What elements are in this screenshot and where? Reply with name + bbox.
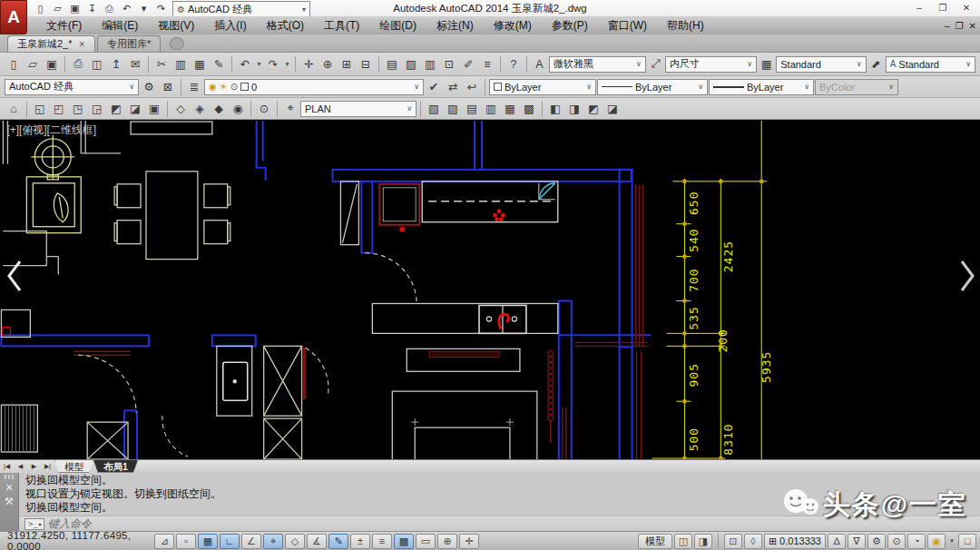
doc-restore-button[interactable]: ❐ [956,21,964,31]
vs-realistic-icon[interactable]: ◆ [210,100,228,118]
app-logo[interactable]: A [0,0,27,34]
redo-drop-icon[interactable]: ▾ [283,55,291,74]
publish-icon[interactable]: ↥ [107,55,125,74]
view-back-icon[interactable]: ◪ [126,100,144,118]
dynamic-ucs-toggle[interactable]: ✎ [328,534,348,549]
layer-lock-icon[interactable]: ⊙ [230,82,238,92]
menu-item[interactable]: 帮助(H) [657,16,714,34]
properties-icon[interactable]: ▤ [383,55,401,74]
layer-off-icon[interactable]: ▥ [482,100,500,118]
new-file-icon[interactable]: ▯ [5,55,23,74]
dynamic-input-toggle[interactable]: ± [350,534,370,549]
otrack-toggle[interactable]: ∡ [307,534,327,549]
quick-view-layouts-icon[interactable]: ◫ [674,534,692,549]
lineweight-toggle[interactable]: ≡ [372,534,392,549]
separator[interactable] [542,101,543,117]
markup-icon[interactable]: ✐ [459,55,477,74]
view-right-icon[interactable]: ◲ [88,100,106,118]
linetype-combo[interactable]: ByLayer ∨ [597,79,708,95]
selection-cycling-toggle[interactable]: ⊕ [437,534,457,549]
performance-tuner-icon[interactable]: ◔ [907,534,926,549]
status-menu-arrow-icon[interactable]: ▾ [947,534,956,549]
menu-item[interactable]: 格式(O) [257,16,314,34]
etransmit-icon[interactable]: ✉ [126,55,144,74]
model-tab[interactable]: 模型 [54,460,93,473]
text-style-icon[interactable]: A [531,55,548,74]
separator[interactable] [500,56,501,73]
layer-delete-icon[interactable]: ▩ [520,100,538,118]
quick-view-drawings-icon[interactable]: ◨ [694,534,712,549]
layer-on-bulb-icon[interactable]: ◉ [209,82,217,92]
menu-item[interactable]: 编辑(E) [92,16,148,34]
tool-palettes-icon[interactable]: ▥ [421,55,439,74]
make-current-layer-icon[interactable]: ✔ [425,78,443,96]
zoom-realtime-icon[interactable]: ⊕ [318,55,337,74]
named-view-combo[interactable]: PLAN ∨ [300,101,416,117]
menu-item[interactable]: 窗口(W) [598,16,657,34]
menu-item[interactable]: 标注(N) [426,16,484,34]
dim-style-icon[interactable]: ⤢ [647,55,664,74]
plot-preview-icon[interactable]: ◫ [88,55,106,74]
layer-combo[interactable]: ◉ ☀ ⊙ 0 ∨ [204,79,424,95]
view-left-icon[interactable]: ◳ [69,100,87,118]
lineweight-combo[interactable]: ByLayer ∨ [709,79,814,95]
separator[interactable] [295,56,296,73]
text-style-combo[interactable]: 微软雅黑 ∨ [549,56,646,73]
separator[interactable] [148,56,149,73]
view-iso-icon[interactable]: ▣ [145,100,163,118]
annotation-droplet-icon[interactable]: ◊ [744,534,762,549]
menu-item[interactable]: 参数(P) [542,16,598,34]
mleader-style-combo[interactable]: A Standard ∨ [886,56,975,73]
layer-freeze-icon[interactable]: ▤ [463,100,481,118]
layer-walk-icon[interactable]: ▧ [425,100,443,118]
vs-wireframe-icon[interactable]: ◇ [172,100,190,118]
doc-tab-close-icon[interactable]: ✕ [79,40,86,49]
match-layer-icon[interactable]: ⇄ [444,78,462,96]
separator[interactable] [64,56,65,73]
named-view-search-icon[interactable]: ⌖ [281,100,299,118]
workspace-save-icon[interactable]: ⊠ [159,78,177,96]
layout-nav-button[interactable]: ◀ [14,463,27,470]
view-front-icon[interactable]: ◩ [107,100,125,118]
annotation-visibility-icon[interactable]: ∆ [828,534,846,549]
drawing-canvas[interactable]: [+][俯视][二维线框] [0,121,980,459]
transparency-toggle[interactable]: ▩ [394,534,414,549]
layout-nav-button[interactable]: ▶| [41,463,54,470]
separator[interactable] [250,101,251,117]
new-tab-button[interactable] [170,37,184,50]
minimize-button[interactable]: – [907,0,931,15]
designcenter-icon[interactable]: ▧ [402,55,420,74]
pan-icon[interactable]: ✛ [299,55,318,74]
open-file-icon[interactable]: ▱ [24,55,42,74]
doc-minimize-button[interactable]: – [945,21,950,31]
layout-nav-button[interactable]: ▶ [27,463,41,470]
menu-item[interactable]: 插入(I) [204,16,256,34]
named-views-icon[interactable]: ⌂ [5,100,23,118]
doc-tab-active[interactable]: 玉泉新城2_* ✕ [7,35,95,52]
layer-isolate-icon[interactable]: ◧ [546,100,564,118]
close-button[interactable]: ✕ [955,0,978,15]
mleader-style-icon[interactable]: ⬈ [867,55,885,74]
camera-icon[interactable]: ⊙ [255,100,273,118]
workspace-settings-gear-icon[interactable]: ⚙ [140,78,158,96]
separator[interactable] [277,101,278,117]
menu-item[interactable]: 视图(V) [148,16,204,34]
view-bottom-icon[interactable]: ◰ [50,100,68,118]
workspace-switching-gear-icon[interactable]: ⚙ [867,534,886,549]
workspace-switch-combo[interactable]: AutoCAD 经典 ∨ [5,79,139,95]
color-combo[interactable]: ByLayer ∨ [489,79,596,95]
carousel-prev-arrow[interactable] [4,258,27,294]
restore-button[interactable]: ❐ [931,0,955,15]
annotation-autoscale-icon[interactable]: ∇ [848,534,866,549]
separator[interactable] [378,56,379,73]
view-top-icon[interactable]: ◱ [31,100,49,118]
paste-icon[interactable]: ▦ [191,55,209,74]
separator[interactable] [26,101,27,117]
zoom-window-icon[interactable]: ⊞ [338,55,356,74]
copy-icon[interactable]: ▥ [172,55,190,74]
annotation-scale-combo[interactable]: ⊞ 0.013333 [764,534,826,549]
layout-nav-button[interactable]: |◀ [0,463,14,470]
menu-item[interactable]: 绘图(D) [369,16,426,34]
plot-icon[interactable]: ⎙ [69,55,87,74]
layer-properties-icon[interactable]: ≣ [185,78,203,96]
